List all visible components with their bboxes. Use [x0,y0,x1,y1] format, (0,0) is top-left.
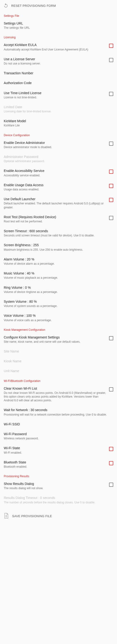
unit-name-title: Unit Name [4,369,113,373]
music-sub: Volume of music playback as a percentage… [4,276,113,280]
row-results-timeout: Results Dialog Timeout : 0 seconds The n… [0,493,117,507]
footer: SAVE PROVISIONING FILE [0,507,117,524]
row-wifi-state[interactable]: Wi-Fi State Wi-Fi enabled. [0,443,117,457]
accessibility-checkbox[interactable] [109,170,113,174]
row-configure-kiosk[interactable]: Configure Kiosk Management Settings Site… [0,333,117,346]
screen-timeout-title: Screen Timeout : 600 seconds [4,229,113,233]
row-brightness[interactable]: Screen Brightness : 255 Maximum brightne… [0,240,117,254]
row-unit-name: Unit Name [0,366,117,376]
voice-title: Voice Volume : 100 % [4,314,113,318]
footer-label: SAVE PROVISIONING FILE [12,514,52,518]
section-device: Device Configuration [0,130,117,138]
screen-timeout-sub: Seconds until screen timeout (must be va… [4,234,113,237]
row-root[interactable]: Root Test (Requires Rooted Device) Root … [0,212,117,226]
clear-wifi-title: Clear Known Wi-Fi List [4,386,106,390]
device-admin-sub: Device administrator mode is disabled. [4,145,106,149]
bt-state-sub: Bluetooth enabled. [4,465,106,468]
row-model[interactable]: KioWare Model KioWare Lite [0,116,117,130]
row-wifi-ssid[interactable]: Wi-Fi SSID [0,419,117,429]
row-launcher[interactable]: Use Default Launcher Default launcher en… [0,194,117,212]
reset-icon[interactable] [3,3,9,9]
row-ring[interactable]: Ring Volume : 0 % Volume of device ringt… [0,283,117,297]
model-sub: KioWare Lite [4,124,113,127]
brightness-sub: Maximum brightness is 255. Use 256 to en… [4,248,113,252]
system-title: System Volume : 80 % [4,300,113,304]
wifi-pw-title: Wi-Fi Password [4,432,113,436]
row-bluetooth-state[interactable]: Bluetooth State Bluetooth enabled. [0,457,117,472]
configure-kiosk-sub: Site name, kiosk name, and unit name wil… [4,340,106,344]
row-music[interactable]: Music Volume : 40 % Volume of music play… [0,268,117,282]
device-admin-checkbox[interactable] [109,142,113,146]
voice-sub: Volume of voice calls as a percentage. [4,318,113,322]
row-wifi-password[interactable]: Wi-Fi Password Wireless network password… [0,429,117,443]
accessibility-title: Enable Accessibility Service [4,169,106,173]
device-admin-title: Enable Device Administrator [4,140,106,145]
row-alarm[interactable]: Alarm Volume : 20 % Volume of device ala… [0,254,117,268]
show-results-checkbox[interactable] [109,482,113,487]
eula-checkbox[interactable] [109,44,113,48]
usage-checkbox[interactable] [109,184,113,188]
time-limited-sub: License is not time-limited. [4,96,106,99]
row-site-name: Site Name [0,346,117,356]
time-limited-title: Use Time-Limited License [4,91,106,95]
root-sub: Root test will not be performed. [4,220,106,223]
topbar: RESET PROVISIONING FORM [0,0,117,11]
system-sub: Volume of system sounds as a percentage. [4,304,113,308]
launcher-checkbox[interactable] [109,198,113,202]
usage-title: Enable Usage Data Access [4,183,106,187]
row-clear-wifi[interactable]: Clear Known Wi-Fi List Do not clear know… [0,384,117,405]
license-server-title: Use a License Server [4,57,106,61]
model-title: KioWare Model [4,119,113,123]
row-settings-url[interactable]: Settings URL The settings file URL [0,19,117,32]
license-server-sub: Do not use a licensing server. [4,62,106,66]
eula-sub: Automatically accept KioWare End User Li… [4,48,106,52]
admin-pw-title: Administrator Password [4,155,113,159]
row-time-limited[interactable]: Use Time-Limited License License is not … [0,88,117,102]
alarm-title: Alarm Volume : 20 % [4,257,113,262]
wifi-state-sub: Wi-Fi enabled. [4,451,106,454]
wifi-ssid-title: Wi-Fi SSID [4,422,113,426]
row-wait-network[interactable]: Wait for Network : 30 seconds Provisioni… [0,405,117,419]
row-license-server[interactable]: Use a License Server Do not use a licens… [0,54,117,68]
row-limited-date: Limited Date Licensing date for time-lim… [0,102,117,116]
launcher-sub: Default launcher enabled. The default la… [4,202,106,209]
configure-kiosk-checkbox[interactable] [109,336,113,340]
row-show-results[interactable]: Show Results Dialog The results dialog w… [0,479,117,493]
settings-url-sub: The settings file URL [4,26,113,30]
file-icon[interactable] [4,513,9,520]
auth-code-title: Authorization Code [4,81,113,85]
section-kiosk: Kiosk Management Configuration [0,325,117,333]
license-server-checkbox[interactable] [109,58,113,62]
section-settings-file: Settings File [0,11,117,19]
row-eula[interactable]: Accept KioWare EULA Automatically accept… [0,40,117,54]
show-results-title: Show Results Dialog [4,482,106,486]
eula-title: Accept KioWare EULA [4,43,106,47]
row-auth-code[interactable]: Authorization Code [0,78,117,88]
wifi-state-checkbox[interactable] [109,447,113,451]
site-name-title: Site Name [4,349,113,354]
root-checkbox[interactable] [109,216,113,220]
row-system[interactable]: System Volume : 80 % Volume of system so… [0,297,117,311]
row-accessibility[interactable]: Enable Accessibility Service Accessibili… [0,166,117,180]
bt-state-checkbox[interactable] [109,461,113,465]
time-limited-checkbox[interactable] [109,92,113,96]
row-device-admin[interactable]: Enable Device Administrator Device admin… [0,138,117,152]
kiosk-name-title: Kiosk Name [4,359,113,363]
clear-wifi-checkbox[interactable] [109,387,113,392]
launcher-title: Use Default Launcher [4,197,106,201]
row-usage[interactable]: Enable Usage Data Access Usage data acce… [0,180,117,194]
row-voice[interactable]: Voice Volume : 100 % Volume of voice cal… [0,311,117,325]
wifi-state-title: Wi-Fi State [4,446,106,450]
configure-kiosk-title: Configure Kiosk Management Settings [4,335,106,340]
row-admin-password: Administrator Password Optional administ… [0,152,117,166]
wait-network-sub: Provisioning will wait for a network con… [4,413,113,416]
results-timeout-sub: The number of seconds before the results… [4,500,113,504]
section-licensing: Licensing [0,32,117,40]
transaction-title: Transaction Number [4,71,113,75]
row-screen-timeout[interactable]: Screen Timeout : 600 seconds Seconds unt… [0,226,117,240]
ring-sub: Volume of device ringtone as a percentag… [4,290,113,294]
brightness-title: Screen Brightness : 255 [4,243,113,247]
accessibility-sub: Accessibility service enabled. [4,174,106,177]
wifi-pw-sub: Wireless network password. [4,436,113,440]
row-transaction[interactable]: Transaction Number [0,68,117,78]
